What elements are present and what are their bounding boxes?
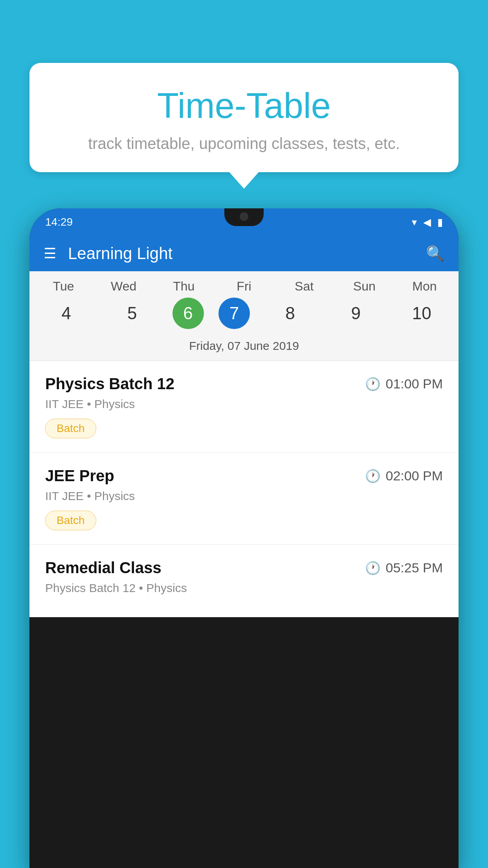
phone-frame: 14:29 ▾ ◀ ▮ ☰ Learning Light 🔍 Tue Wed T…: [29, 208, 459, 868]
day-7-selected[interactable]: 7: [218, 298, 250, 329]
day-headers: Tue Wed Thu Fri Sat Sun Mon: [29, 279, 459, 294]
signal-icon: ◀: [423, 216, 431, 228]
day-header-thu: Thu: [158, 279, 209, 294]
calendar-strip: Tue Wed Thu Fri Sat Sun Mon 4 5 6 7 8 9 …: [29, 271, 459, 361]
day-numbers: 4 5 6 7 8 9 10: [29, 298, 459, 329]
day-9[interactable]: 9: [330, 298, 382, 329]
notch: [224, 208, 264, 226]
clock-icon-2: 🕐: [365, 469, 381, 484]
tooltip-title: Time-Table: [61, 86, 427, 125]
wifi-icon: ▾: [412, 216, 417, 228]
class-item-2-header: JEE Prep 🕐 02:00 PM: [45, 467, 443, 485]
status-icons: ▾ ◀ ▮: [412, 216, 443, 228]
day-header-sat: Sat: [279, 279, 330, 294]
class-time-2: 🕐 02:00 PM: [365, 468, 443, 484]
class-item-2[interactable]: JEE Prep 🕐 02:00 PM IIT JEE • Physics Ba…: [29, 453, 459, 545]
class-name-2: JEE Prep: [45, 467, 114, 485]
day-6-today[interactable]: 6: [172, 298, 204, 329]
search-icon[interactable]: 🔍: [426, 245, 444, 262]
app-title: Learning Light: [68, 244, 414, 263]
status-time: 14:29: [45, 216, 73, 228]
day-header-sun: Sun: [339, 279, 390, 294]
class-time-1: 🕐 01:00 PM: [365, 376, 443, 392]
day-10[interactable]: 10: [396, 298, 447, 329]
class-time-3: 🕐 05:25 PM: [365, 560, 443, 576]
class-name-1: Physics Batch 12: [45, 375, 174, 393]
class-item-3-header: Remedial Class 🕐 05:25 PM: [45, 559, 443, 577]
day-header-tue: Tue: [38, 279, 89, 294]
class-item-1[interactable]: Physics Batch 12 🕐 01:00 PM IIT JEE • Ph…: [29, 361, 459, 453]
batch-badge-2: Batch: [45, 511, 96, 530]
day-4[interactable]: 4: [41, 298, 92, 329]
tooltip-subtitle: track timetable, upcoming classes, tests…: [61, 135, 427, 153]
day-header-wed: Wed: [98, 279, 149, 294]
day-8[interactable]: 8: [264, 298, 316, 329]
class-name-3: Remedial Class: [45, 559, 161, 577]
hamburger-icon[interactable]: ☰: [44, 245, 56, 262]
clock-icon-3: 🕐: [365, 561, 381, 576]
battery-icon: ▮: [437, 216, 443, 228]
selected-date-label: Friday, 07 June 2019: [29, 335, 459, 361]
camera-icon: [240, 212, 248, 221]
class-list: Physics Batch 12 🕐 01:00 PM IIT JEE • Ph…: [29, 361, 459, 617]
class-meta-1: IIT JEE • Physics: [45, 397, 443, 411]
app-header: ☰ Learning Light 🔍: [29, 236, 459, 271]
day-header-mon: Mon: [399, 279, 450, 294]
status-bar: 14:29 ▾ ◀ ▮: [29, 208, 459, 236]
tooltip-card: Time-Table track timetable, upcoming cla…: [29, 63, 459, 172]
day-5[interactable]: 5: [106, 298, 158, 329]
day-header-fri: Fri: [218, 279, 270, 294]
batch-badge-1: Batch: [45, 419, 96, 438]
class-item-3[interactable]: Remedial Class 🕐 05:25 PM Physics Batch …: [29, 545, 459, 617]
class-item-1-header: Physics Batch 12 🕐 01:00 PM: [45, 375, 443, 393]
class-meta-2: IIT JEE • Physics: [45, 489, 443, 503]
class-meta-3: Physics Batch 12 • Physics: [45, 581, 443, 595]
clock-icon-1: 🕐: [365, 377, 381, 392]
